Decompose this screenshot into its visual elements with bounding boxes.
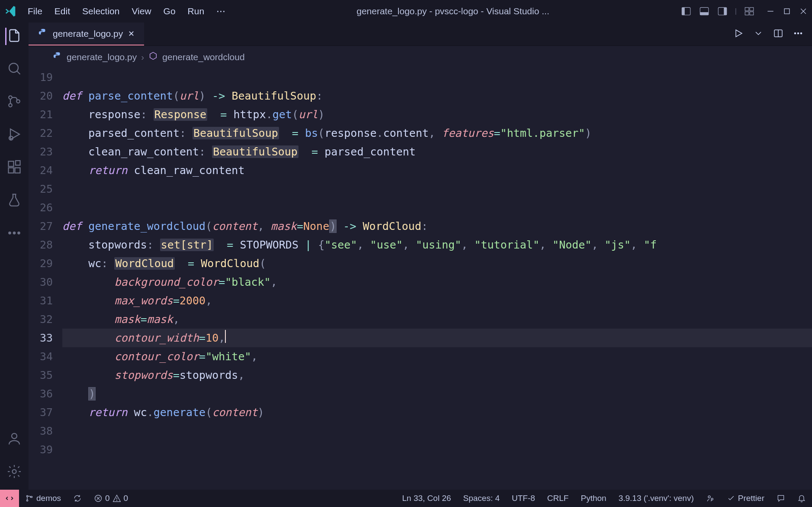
breadcrumb[interactable]: generate_logo.py › generate_wordcloud [29, 46, 812, 68]
activity-explorer-icon[interactable] [5, 28, 23, 45]
tab-close-icon[interactable]: ✕ [128, 29, 135, 39]
code-line[interactable] [62, 440, 812, 459]
svg-rect-6 [745, 7, 749, 11]
status-eol[interactable]: CRLF [541, 494, 575, 503]
tab-generate-logo[interactable]: generate_logo.py ✕ [29, 23, 144, 45]
vscode-logo-icon [4, 5, 17, 18]
svg-rect-22 [15, 168, 20, 173]
code-line[interactable] [62, 180, 812, 198]
tab-bar: generate_logo.py ✕ [29, 23, 812, 46]
code-line[interactable]: contour_width=10, [62, 329, 812, 347]
code-line[interactable]: response: Response = httpx.get(url) [62, 105, 812, 124]
run-dropdown-icon[interactable] [753, 28, 764, 40]
layout-secondary-side-icon[interactable] [717, 6, 728, 17]
svg-rect-21 [9, 168, 14, 173]
chevron-right-icon: › [141, 52, 144, 62]
code-line[interactable]: background_color="black", [62, 273, 812, 291]
svg-point-28 [13, 470, 16, 474]
layout-panel-icon[interactable] [699, 6, 710, 17]
customize-layout-icon[interactable] [744, 6, 755, 17]
status-language-mode[interactable]: Python [574, 494, 612, 503]
menu-view[interactable]: View [132, 6, 151, 16]
menu-selection[interactable]: Selection [82, 6, 119, 16]
code-line[interactable] [62, 422, 812, 440]
svg-point-45 [711, 498, 713, 500]
code-line[interactable]: contour_color="white", [62, 347, 812, 366]
python-file-icon [38, 28, 48, 39]
menu-go[interactable]: Go [164, 6, 176, 16]
code-line[interactable]: def generate_wordcloud(content, mask=Non… [62, 217, 812, 236]
code-line[interactable] [62, 68, 812, 87]
svg-point-44 [708, 496, 710, 498]
svg-rect-1 [682, 7, 685, 15]
code-line[interactable]: mask=mask, [62, 310, 812, 329]
status-encoding[interactable]: UTF-8 [506, 494, 541, 503]
window-close-icon[interactable] [799, 7, 808, 16]
window-maximize-icon[interactable] [783, 7, 791, 16]
activity-extensions-icon[interactable] [6, 159, 22, 177]
code-line[interactable]: return wc.generate(content) [62, 403, 812, 422]
svg-point-37 [26, 500, 28, 501]
remote-indicator[interactable] [0, 490, 19, 507]
menu-run[interactable]: Run [188, 6, 205, 16]
activity-search-icon[interactable] [6, 61, 22, 78]
code-line[interactable]: clean_raw_content: BeautifulSoup = parse… [62, 142, 812, 161]
svg-point-17 [9, 103, 12, 107]
breadcrumb-file[interactable]: generate_logo.py [67, 52, 137, 62]
status-branch[interactable]: demos [19, 494, 67, 503]
svg-point-32 [795, 32, 796, 34]
status-problems[interactable]: 0 0 [88, 494, 134, 503]
activity-source-control-icon[interactable] [6, 94, 22, 111]
line-number-gutter: 1920212223242526272829303132333435363738… [29, 68, 62, 459]
activity-testing-icon[interactable] [6, 192, 22, 210]
python-file-icon [53, 51, 62, 63]
code-content[interactable]: def parse_content(url) -> BeautifulSoup:… [62, 68, 812, 459]
activity-run-debug-icon[interactable] [6, 126, 22, 144]
status-live-share-icon[interactable] [700, 494, 721, 503]
activity-accounts-icon[interactable] [6, 431, 22, 448]
svg-point-34 [801, 32, 802, 34]
svg-point-33 [798, 32, 799, 34]
editor-body[interactable]: 1920212223242526272829303132333435363738… [29, 68, 812, 490]
menu-overflow-icon[interactable]: ⋯ [216, 6, 225, 16]
svg-point-16 [9, 96, 12, 99]
svg-point-24 [9, 232, 11, 234]
svg-point-27 [12, 433, 17, 439]
symbol-method-icon [148, 51, 158, 63]
code-line[interactable]: return clean_raw_content [62, 161, 812, 180]
code-line[interactable]: parsed_content: BeautifulSoup = bs(respo… [62, 124, 812, 142]
code-line[interactable]: stopwords: set[str] = STOPWORDS | {"see"… [62, 236, 812, 254]
run-file-icon[interactable] [733, 28, 744, 40]
split-editor-icon[interactable] [773, 28, 783, 40]
breadcrumb-symbol[interactable]: generate_wordcloud [162, 52, 244, 62]
code-line[interactable]: ) [62, 384, 812, 403]
code-line[interactable] [62, 198, 812, 217]
svg-point-14 [9, 63, 18, 72]
menu-edit[interactable]: Edit [55, 6, 70, 16]
svg-point-36 [26, 495, 28, 497]
menu-file[interactable]: File [28, 6, 42, 16]
code-line[interactable]: stopwords=stopwords, [62, 366, 812, 384]
svg-line-15 [17, 71, 20, 74]
status-sync[interactable] [67, 494, 88, 503]
code-line[interactable]: wc: WordCloud = WordCloud( [62, 254, 812, 273]
svg-point-43 [116, 501, 117, 501]
layout-primary-side-icon[interactable] [680, 6, 692, 17]
title-bar: File Edit Selection View Go Run ⋯ genera… [0, 0, 812, 23]
status-cursor-position[interactable]: Ln 33, Col 26 [396, 494, 457, 503]
svg-point-38 [31, 496, 32, 497]
status-indentation[interactable]: Spaces: 4 [457, 494, 506, 503]
svg-rect-7 [750, 7, 754, 11]
svg-rect-8 [745, 12, 749, 15]
status-notifications-icon[interactable] [791, 494, 812, 503]
editor-more-icon[interactable] [793, 28, 803, 40]
status-prettier[interactable]: Prettier [721, 494, 770, 503]
tab-label: generate_logo.py [53, 29, 123, 39]
activity-overflow-icon[interactable] [6, 225, 22, 242]
code-line[interactable]: max_words=2000, [62, 291, 812, 310]
status-python-interpreter[interactable]: 3.9.13 ('.venv': venv) [613, 494, 700, 503]
window-minimize-icon[interactable] [766, 7, 775, 16]
activity-settings-icon[interactable] [6, 464, 22, 481]
code-line[interactable]: def parse_content(url) -> BeautifulSoup: [62, 87, 812, 105]
status-feedback-icon[interactable] [770, 494, 791, 503]
